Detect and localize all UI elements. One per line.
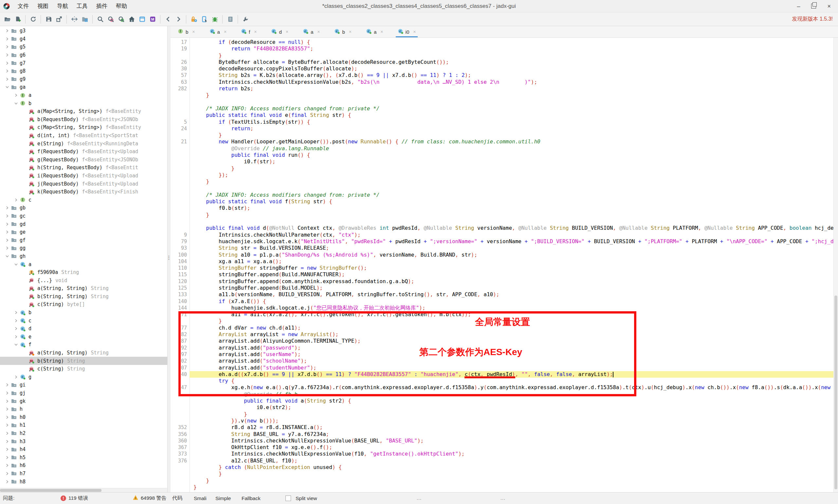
code-line[interactable]: 30 decodeResource.copyPixelsToBuffer(all… [171, 66, 834, 72]
preferences-icon[interactable] [240, 14, 251, 24]
code-line[interactable]: 104 xg.a a11 = xg.a.a(); [171, 258, 834, 265]
scrollbar-thumb[interactable] [834, 295, 837, 489]
split-view-checkbox[interactable] [285, 496, 291, 501]
tree-item-h5[interactable]: h5 [0, 453, 167, 462]
code-editor[interactable]: 17 if (decodeResource == null) {19 retur… [171, 38, 834, 492]
code-line[interactable]: 19 return "F44B0282BEA83557"; [171, 46, 834, 52]
reload-icon[interactable] [28, 14, 38, 24]
chevron-right-icon[interactable] [12, 326, 20, 331]
code-line[interactable]: } [171, 52, 834, 59]
tree-item-b[interactable]: cb [0, 309, 167, 317]
tree-item-[interactable]: m{...}void [0, 276, 167, 284]
tree-item-gf[interactable]: gf [0, 236, 167, 244]
chevron-right-icon[interactable] [12, 310, 20, 315]
chevron-right-icon[interactable] [3, 61, 11, 66]
code-line[interactable]: public final void run() { [171, 152, 834, 158]
errors-indicator[interactable]: ! 119 错误 [60, 492, 88, 504]
tree-item-f[interactable]: cf [0, 341, 167, 349]
code-line[interactable]: try { [171, 378, 834, 384]
code-line[interactable]: 93 String str = Build.VERSION.RELEASE; [171, 245, 834, 251]
editor-tab-a[interactable]: ca× [363, 26, 386, 37]
tree-item-ge[interactable]: ge [0, 228, 167, 236]
chevron-down-icon[interactable] [12, 342, 20, 347]
code-line[interactable]: 110 StringBuffer stringBuffer = new Stri… [171, 265, 834, 271]
new-window-icon[interactable] [137, 14, 147, 24]
main-activity-icon[interactable] [126, 14, 137, 24]
tree-item-gb[interactable]: gb [0, 204, 167, 212]
code-line[interactable]: 5 if (TextUtils.isEmpty(str)) { [171, 119, 834, 125]
tree-item-iRequestBody[interactable]: mi(RequestBody)f<BaseEntity<Upload [0, 172, 167, 180]
search-icon[interactable] [95, 14, 105, 24]
menu-item-4[interactable]: 工具 [72, 0, 92, 12]
chevron-right-icon[interactable] [3, 423, 11, 428]
menu-item-5[interactable]: 插件 [92, 0, 112, 12]
tree-item-cMapStringString[interactable]: mc(Map<String, String>)f<BaseEntity [0, 123, 167, 131]
view-button-3[interactable]: Simple [213, 492, 233, 504]
tree-item-h6[interactable]: h6 [0, 462, 167, 470]
close-button[interactable]: × [827, 3, 831, 9]
code-line[interactable]: 21 new Handler(Looper.getMainLooper()).p… [171, 139, 834, 145]
tree-item-gd[interactable]: gd [0, 220, 167, 228]
chevron-right-icon[interactable] [12, 375, 20, 379]
chevron-right-icon[interactable] [3, 439, 11, 444]
chevron-right-icon[interactable] [3, 230, 11, 234]
tree-item-gj[interactable]: gj [0, 389, 167, 397]
chevron-right-icon[interactable] [3, 415, 11, 419]
editor-tab-a[interactable]: ca× [207, 26, 230, 37]
minimize-button[interactable]: – [797, 3, 800, 9]
tree-item-h0[interactable]: h0 [0, 413, 167, 421]
view-button-4[interactable]: Fallback [239, 492, 263, 504]
tree-item-g3[interactable]: g3 [0, 27, 167, 35]
chevron-right-icon[interactable] [3, 455, 11, 460]
menu-item-1[interactable]: 文件 [14, 0, 33, 12]
code-line[interactable]: }).v(new b())); [171, 418, 834, 424]
code-line[interactable]: 24 return; [171, 125, 834, 132]
warnings-indicator[interactable]: ! 64998 警告 [132, 492, 166, 504]
code-line[interactable]: 9 Intrinsics.checkNotNullParameter(ctx, … [171, 232, 834, 238]
code-line[interactable]: public final void a(String str2) { [171, 398, 834, 404]
code-line[interactable]: } [171, 92, 834, 98]
restore-button[interactable] [811, 4, 816, 8]
open-file-icon[interactable] [2, 14, 13, 24]
chevron-right-icon[interactable] [3, 69, 11, 73]
tree-item-gc[interactable]: gc [0, 212, 167, 220]
tab-close-icon[interactable]: × [380, 29, 383, 34]
chevron-right-icon[interactable] [3, 29, 11, 33]
scrollbar-thumb[interactable] [0, 489, 102, 492]
code-line[interactable]: 187 arrayList.add(AliyunLogCommon.TERMIN… [171, 338, 834, 344]
view-button-1[interactable]: 代码 [170, 492, 184, 504]
tree-item-g[interactable]: cg [0, 373, 167, 381]
save-all-icon[interactable] [43, 14, 54, 24]
tree-item-f59690a[interactable]: ff59690aString [0, 268, 167, 276]
tree-item-kRequestBody[interactable]: mk(RequestBody)f<BaseEntity<Finish [0, 188, 167, 196]
menu-item-3[interactable]: 导航 [53, 0, 72, 12]
tab-close-icon[interactable]: × [224, 29, 227, 34]
tree-item-cString[interactable]: mc(String)String [0, 365, 167, 373]
split-view-toggle[interactable]: Split view [285, 492, 317, 504]
code-line[interactable]: 367 OkHttpClient f10 = xg.e.e().f(); [171, 444, 834, 451]
code-line[interactable]: @Override // fh.b [171, 391, 834, 398]
code-line[interactable]: 347 xg.e.h(new e.a().q(y7.a.f67234a).r(c… [171, 384, 834, 391]
tree-item-h4[interactable]: h4 [0, 446, 167, 454]
code-line[interactable]: 282 return b2s; [171, 86, 834, 92]
tree-item-h3[interactable]: h3 [0, 437, 167, 446]
chevron-right-icon[interactable] [3, 77, 11, 82]
editor-tab-b[interactable]: Ib× [175, 26, 198, 37]
tree-item-c[interactable]: cc [0, 317, 167, 325]
code-line[interactable]: 373 Intrinsics.checkNotNullExpressionVal… [171, 451, 834, 457]
tree-item-g8[interactable]: g8 [0, 67, 167, 75]
chevron-right-icon[interactable] [3, 44, 11, 49]
tree-item-cString[interactable]: mc(String)byte[] [0, 301, 167, 309]
code-line[interactable]: 360 Intrinsics.checkNotNullExpressionVal… [171, 437, 834, 444]
tree-item-aStringString[interactable]: ma(String, String)String [0, 349, 167, 357]
forward-icon[interactable] [173, 14, 184, 24]
chevron-right-icon[interactable] [3, 205, 11, 210]
chevron-right-icon[interactable] [3, 53, 11, 57]
code-line[interactable]: } catch (NullPointerException unused) { [171, 464, 834, 471]
tree-item-ga[interactable]: ga [0, 83, 167, 91]
tree-item-d[interactable]: cd [0, 325, 167, 333]
tree-item-b[interactable]: Ib [0, 99, 167, 107]
sidebar-horizontal-scrollbar[interactable] [0, 488, 167, 492]
chevron-right-icon[interactable] [12, 335, 20, 339]
code-line[interactable]: public static final void f(String str) { [171, 198, 834, 205]
